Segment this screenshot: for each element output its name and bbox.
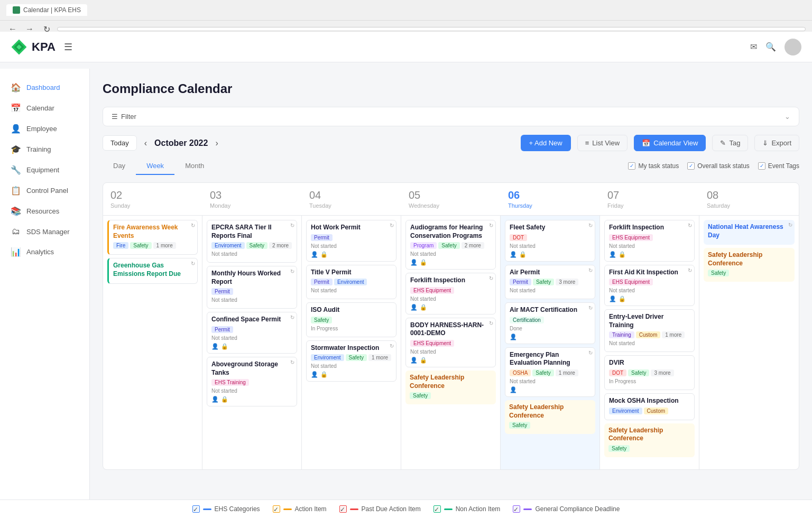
my-task-status-filter[interactable]: My task status xyxy=(628,162,679,170)
event-forklift-wed[interactable]: ↻ Forklift Inspection EHS Equipment Not … xyxy=(405,273,496,314)
event-body-harness[interactable]: ↻ BODY HARNESS-HARN-0001-DEMO EHS Equipm… xyxy=(405,318,496,367)
sidebar-item-employee[interactable]: 👤 Employee xyxy=(0,118,89,139)
calendar-view-button[interactable]: 📅 Calendar View xyxy=(634,135,706,151)
refresh-icon[interactable]: ↻ xyxy=(788,222,792,228)
sidebar-item-analytics[interactable]: 📊 Analytics xyxy=(0,242,89,262)
tag-button[interactable]: ✎ Tag xyxy=(712,135,748,151)
hamburger-menu[interactable]: ☰ xyxy=(64,41,72,53)
event-tags-checkbox[interactable] xyxy=(758,162,765,170)
event-icons: 👤 🔒 xyxy=(609,251,626,258)
user-icon: 👤 xyxy=(510,334,517,340)
event-greenhouse-gas[interactable]: ↻ Greenhouse Gas Emissions Report Due xyxy=(107,258,198,284)
address-bar[interactable] xyxy=(57,27,806,31)
refresh-icon[interactable]: ↻ xyxy=(588,267,593,273)
calendar-month-label: October 2022 xyxy=(154,138,208,148)
sidebar-item-equipment[interactable]: 🔧 Equipment xyxy=(0,160,89,180)
filter-button[interactable]: ☰ Filter xyxy=(112,113,136,121)
event-tags: DOT Safety 3 more xyxy=(609,369,690,376)
event-tags: Enviroment Safety 1 more xyxy=(311,354,392,361)
refresh-icon[interactable]: ↻ xyxy=(588,305,593,311)
refresh-icon[interactable]: ↻ xyxy=(688,267,692,273)
tag-safety: Safety xyxy=(509,422,530,429)
event-aboveground-storage[interactable]: ↻ Aboveground Storage Tanks EHS Training… xyxy=(207,357,297,406)
event-title-v[interactable]: Title V Permit Permit Enviroment Not sta… xyxy=(306,265,396,300)
day-name-02: Sunday xyxy=(110,202,195,209)
refresh-icon[interactable]: ↻ xyxy=(588,223,593,228)
today-button[interactable]: Today xyxy=(103,135,137,151)
refresh-icon[interactable]: ↻ xyxy=(290,223,294,228)
event-status: Not started xyxy=(311,363,392,369)
event-emergency-plan[interactable]: ↻ Emergency Plan Evaluation Planning OSH… xyxy=(505,347,595,397)
event-fleet-safety[interactable]: ↻ Fleet Safety DOT Not started 👤 🔒 xyxy=(505,220,595,262)
my-task-status-checkbox[interactable] xyxy=(628,162,635,170)
refresh-icon[interactable]: ↻ xyxy=(489,275,493,281)
sidebar-label-resources: Resources xyxy=(26,207,59,215)
event-epcra-sara[interactable]: ↻ EPCRA SARA Tier II Reports Final Envir… xyxy=(207,220,297,263)
event-mock-osha[interactable]: Mock OSHA Inspection Enviroment Custom xyxy=(604,393,695,420)
refresh-icon[interactable]: ↻ xyxy=(290,269,294,274)
tag-permit: Permit xyxy=(211,326,233,333)
event-national-heat[interactable]: ↻ National Heat Awareness Day xyxy=(704,220,795,245)
event-first-aid[interactable]: ↻ First Aid Kit Inspection EHS Equipment… xyxy=(604,265,695,307)
analytics-icon: 📊 xyxy=(11,247,21,257)
event-safety-leadership-thu[interactable]: Safety Leadership Conference Safety xyxy=(505,400,595,434)
sidebar-item-sds-manager[interactable]: 🗂 SDS Manager xyxy=(0,221,89,242)
event-air-mact[interactable]: ↻ Air MACT Certification Certification D… xyxy=(505,302,595,344)
refresh-icon[interactable]: ↻ xyxy=(489,320,493,326)
tab-week[interactable]: Week xyxy=(136,158,174,175)
sidebar-item-control-panel[interactable]: 📋 Control Panel xyxy=(0,180,89,201)
event-confined-space[interactable]: ↻ Confined Space Permit Permit Not start… xyxy=(207,312,297,354)
calendar-navigation: Today ‹ October 2022 › xyxy=(103,135,222,151)
overall-task-status-filter[interactable]: Overall task status xyxy=(687,162,750,170)
refresh-icon[interactable]: ↻ xyxy=(290,314,294,320)
event-forklift-fri[interactable]: ↻ Forklift Inspection EHS Equipment Not … xyxy=(604,220,695,262)
sidebar-item-resources[interactable]: 📚 Resources xyxy=(0,201,89,221)
refresh-icon[interactable]: ↻ xyxy=(390,343,394,349)
refresh-icon[interactable]: ↻ xyxy=(588,350,593,356)
add-new-button[interactable]: + Add New xyxy=(521,135,571,151)
tag-safety: Safety xyxy=(532,369,553,376)
tag-osha: OSHA xyxy=(510,369,531,376)
export-button[interactable]: ⇓ Export xyxy=(754,135,799,151)
event-icons: 👤 🔒 xyxy=(211,396,228,403)
refresh-icon[interactable]: ↻ xyxy=(191,223,195,228)
event-tags: DOT xyxy=(510,234,590,241)
tab-day[interactable]: Day xyxy=(103,158,136,175)
event-hot-work-permit[interactable]: ↻ Hot Work Permit Permit Not started 👤 🔒 xyxy=(306,220,396,262)
day-name-08: Saturday xyxy=(707,202,791,209)
tab-month[interactable]: Month xyxy=(174,158,215,175)
event-dvir[interactable]: DVIR DOT Safety 3 more In Progress xyxy=(604,355,695,390)
event-monthly-hours[interactable]: ↻ Monthly Hours Worked Report Permit Not… xyxy=(207,266,297,309)
event-entry-level-driver[interactable]: Entry-Level Driver Training Training Cus… xyxy=(604,309,695,352)
event-safety-leadership-wed[interactable]: Safety Leadership Conference Safety xyxy=(405,371,496,404)
kpa-logo: KPA xyxy=(11,39,56,56)
event-safety-leadership-fri[interactable]: Safety Leadership Conference Safety xyxy=(604,423,695,457)
event-tags-filter[interactable]: Event Tags xyxy=(758,162,799,170)
event-iso-audit[interactable]: ISO Audit Safety In Progress xyxy=(306,302,396,337)
next-month-button[interactable]: › xyxy=(212,136,221,150)
user-avatar[interactable] xyxy=(785,39,801,56)
event-fire-awareness[interactable]: ↻ Fire Awareness Week Events Fire Safety… xyxy=(107,220,198,255)
refresh-icon[interactable]: ↻ xyxy=(688,223,692,228)
refresh-icon[interactable]: ↻ xyxy=(489,223,493,228)
kpa-logo-text: KPA xyxy=(32,40,56,54)
mail-icon[interactable]: ✉ xyxy=(750,42,757,52)
equipment-icon: 🔧 xyxy=(11,165,21,175)
event-air-permit[interactable]: ↻ Air Permit Permit Safety 3 more Not st… xyxy=(505,265,595,300)
sidebar-item-dashboard[interactable]: 🏠 Dashboard xyxy=(0,77,89,98)
filter-chevron-icon[interactable]: ⌄ xyxy=(785,113,790,121)
refresh-icon[interactable]: ↻ xyxy=(390,223,394,228)
prev-month-button[interactable]: ‹ xyxy=(141,136,150,150)
search-icon[interactable]: 🔍 xyxy=(765,42,776,52)
refresh-icon[interactable]: ↻ xyxy=(191,261,195,266)
view-tabs-row: Day Week Month My task status Overall ta… xyxy=(103,158,799,174)
event-audiograms[interactable]: ↻ Audiograms for Hearing Conservation Pr… xyxy=(405,220,496,270)
refresh-icon[interactable]: ↻ xyxy=(290,359,294,365)
event-safety-leadership-sat[interactable]: Safety Leadership Conference Safety xyxy=(704,248,795,282)
sidebar-item-training[interactable]: 🎓 Training xyxy=(0,139,89,160)
sidebar-item-calendar[interactable]: 📅 Calendar xyxy=(0,98,89,118)
list-view-button[interactable]: ≡ List View xyxy=(577,135,628,151)
overall-task-status-checkbox[interactable] xyxy=(687,162,695,170)
event-stormwater[interactable]: ↻ Stormwater Inspection Enviroment Safet… xyxy=(306,340,396,382)
tag-ehs-training: EHS Training xyxy=(211,379,249,386)
